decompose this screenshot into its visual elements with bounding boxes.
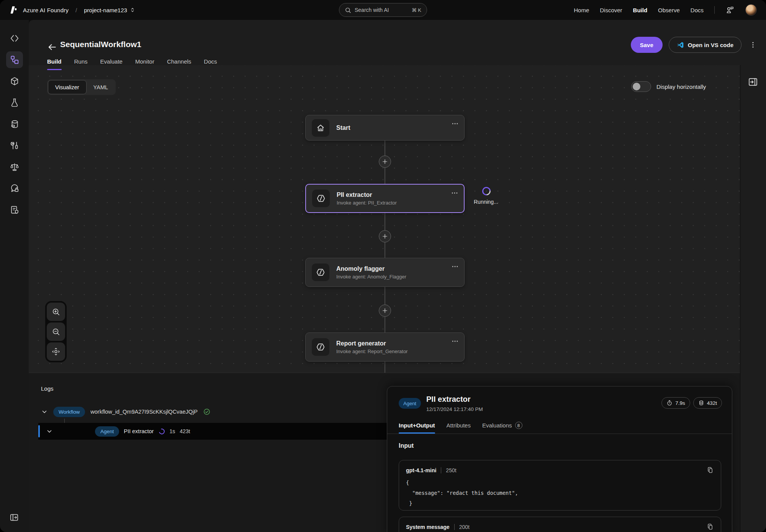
display-horizontally-label: Display horizontally (656, 83, 706, 90)
sidebar-item-evaluation[interactable] (6, 159, 23, 175)
topbar-divider (714, 6, 715, 14)
code-line: "message": "redact this document", (406, 488, 714, 498)
sidebar-item-tools[interactable] (6, 137, 23, 154)
tab-label: Attributes (447, 422, 471, 429)
tokens-pill: 432t (693, 397, 722, 409)
toggle-knob (633, 83, 640, 90)
chevron-down-icon[interactable] (46, 428, 53, 435)
collapse-panel-button[interactable] (748, 77, 758, 87)
add-node-button[interactable] (379, 304, 391, 317)
tab-monitor[interactable]: Monitor (135, 58, 154, 70)
page-header: SequentialWorkflow1 Build Runs Evaluate … (29, 20, 766, 65)
vscode-icon (677, 41, 684, 49)
back-button[interactable] (47, 42, 57, 52)
detail-agent-badge: Agent (399, 398, 421, 409)
open-in-vscode-button[interactable]: Open in VS code (669, 37, 741, 53)
zoom-in-button[interactable] (47, 303, 65, 321)
node-pii-extractor[interactable]: PII extractor Invoke agent: PII_Extracto… (305, 184, 465, 213)
zoom-out-button[interactable] (47, 322, 65, 341)
code-line: } (406, 498, 714, 509)
tab-evaluate[interactable]: Evaluate (100, 58, 123, 70)
log-agent-name: PII extractor (124, 428, 154, 434)
tab-channels[interactable]: Channels (167, 58, 191, 70)
evaluations-count-badge: 8 (515, 422, 522, 429)
code-icon (10, 33, 20, 43)
tabs-divider (387, 434, 732, 434)
copy-button[interactable] (707, 523, 714, 530)
running-spinner-icon (158, 427, 166, 435)
workflow-id: workflow_id_Qm9A27I9ScKKsjlQCvaeJQjP (90, 409, 198, 415)
tab-attributes[interactable]: Attributes (447, 422, 471, 434)
tab-docs[interactable]: Docs (204, 58, 217, 70)
save-button[interactable]: Save (631, 37, 663, 53)
card-title: System message (406, 524, 450, 530)
detail-timestamp: 12/17/2024 12:17:40 PM (426, 406, 483, 412)
tab-label: Evaluations (482, 422, 512, 429)
log-row-workflow[interactable]: Workflow workflow_id_Qm9A27I9ScKKsjlQCva… (41, 406, 211, 418)
view-toggle-yaml[interactable]: YAML (87, 80, 115, 94)
nav-observe[interactable]: Observe (658, 7, 680, 13)
avatar[interactable] (745, 4, 757, 16)
node-anomoly-flagger[interactable]: Anomoly flagger Invoke agent: Anomoly_Fl… (305, 258, 465, 287)
logs-title: Logs (41, 385, 54, 392)
evaluation-icon (10, 162, 20, 172)
sidebar-item-labs[interactable] (6, 94, 23, 111)
log-row-agent[interactable]: Agent PII extractor 1s 423t (38, 423, 387, 440)
fit-view-button[interactable] (47, 342, 65, 361)
chevron-updown-icon (129, 7, 136, 13)
add-node-button[interactable] (379, 156, 391, 168)
search-bar[interactable]: Search with AI ⌘ K (339, 3, 427, 17)
sidebar-item-models[interactable] (6, 73, 23, 90)
expand-panel-icon (9, 512, 19, 522)
selected-row-accent (38, 425, 40, 437)
project-switcher[interactable]: project-name123 (84, 7, 136, 13)
sidebar-item-code[interactable] (6, 30, 23, 47)
chevron-down-icon[interactable] (41, 408, 48, 415)
open-in-vscode-label: Open in VS code (688, 42, 733, 48)
app-window: Azure AI Foundry / project-name123 Searc… (0, 0, 766, 532)
project-name: project-name123 (84, 7, 127, 13)
tokens-icon (698, 400, 704, 406)
sidebar-item-data[interactable] (6, 116, 23, 133)
breadcrumb-separator: / (75, 7, 77, 13)
home-icon (312, 119, 329, 137)
product-name: Azure AI Foundry (23, 7, 69, 13)
success-check-icon (203, 408, 211, 416)
nav-home[interactable]: Home (574, 7, 589, 13)
node-subtitle: Invoke agent: Report_Generator (336, 349, 408, 354)
node-start[interactable]: Start (305, 115, 465, 141)
trace-detail-panel: Agent PII extractor 12/17/2024 12:17:40 … (387, 386, 732, 532)
tab-runs[interactable]: Runs (74, 58, 88, 70)
node-subtitle: Invoke agent: PII_Extractor (337, 200, 397, 206)
nav-docs[interactable]: Docs (691, 7, 704, 13)
tab-input-output[interactable]: Input+Output (399, 422, 435, 434)
display-horizontally-toggle[interactable] (631, 81, 651, 92)
node-title: PII extractor (337, 192, 397, 198)
nav-discover[interactable]: Discover (600, 7, 622, 13)
node-menu-icon[interactable] (451, 263, 459, 270)
sidebar-item-workflows[interactable] (6, 51, 23, 68)
feedback-icon[interactable] (725, 5, 735, 15)
governance-icon (10, 205, 20, 215)
sidebar-item-secure-chat[interactable] (6, 180, 23, 197)
tokens-value: 432t (707, 400, 717, 406)
agent-icon (312, 264, 329, 281)
node-menu-icon[interactable] (451, 189, 458, 197)
azure-foundry-logo-icon (9, 5, 18, 15)
node-title: Anomoly flagger (336, 265, 406, 272)
view-toggle-visualizer[interactable]: Visualizer (48, 80, 87, 94)
add-node-button[interactable] (379, 230, 391, 242)
sidebar-expand-button[interactable] (6, 509, 23, 526)
header-overflow-menu-button[interactable] (748, 39, 758, 50)
node-report-generator[interactable]: Report generator Invoke agent: Report_Ge… (305, 332, 465, 362)
nav-build[interactable]: Build (633, 7, 648, 13)
workflow-badge: Workflow (53, 407, 85, 417)
tab-build[interactable]: Build (47, 58, 62, 70)
labs-icon (10, 98, 20, 108)
tab-evaluations[interactable]: Evaluations 8 (482, 422, 522, 434)
node-menu-icon[interactable] (451, 337, 459, 345)
node-menu-icon[interactable] (451, 120, 459, 128)
copy-button[interactable] (707, 467, 714, 474)
sidebar-item-governance[interactable] (6, 201, 23, 218)
search-placeholder: Search with AI (355, 7, 408, 13)
